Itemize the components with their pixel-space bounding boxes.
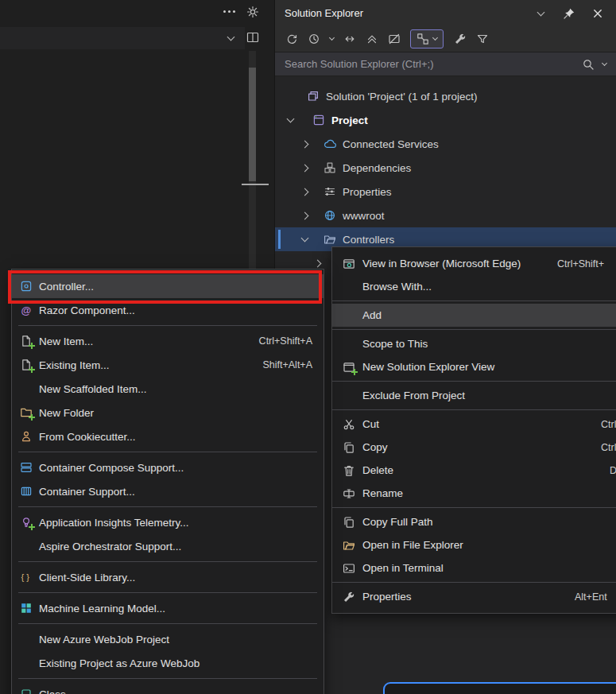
menu-separator xyxy=(18,678,317,679)
tree-row-connected-services[interactable]: Connected Services xyxy=(275,132,616,156)
menu-item-cut[interactable]: Cut Ctrl+ xyxy=(332,413,616,436)
project-icon xyxy=(312,114,325,126)
empty-icon-slot xyxy=(343,309,355,322)
menu-item-label: Class... xyxy=(39,688,75,694)
menu-item-open-in-file-explorer[interactable]: Open in File Explorer xyxy=(332,533,616,556)
menu-item-browse-with[interactable]: Browse With... xyxy=(332,275,616,298)
tree-label: Project xyxy=(331,114,368,126)
svg-text:@: @ xyxy=(21,304,32,316)
new-view-icon xyxy=(343,361,355,374)
tree-row-wwwroot[interactable]: wwwroot xyxy=(275,204,616,227)
filter-button[interactable] xyxy=(472,29,492,49)
new-folder-icon xyxy=(20,406,33,419)
menu-item-shortcut: Alt+Ent xyxy=(575,585,607,608)
split-editor-button[interactable] xyxy=(246,31,259,47)
menu-item-shortcut: D xyxy=(610,459,616,482)
expanded-chevron-icon[interactable] xyxy=(287,115,295,123)
submenu-item-new-item[interactable]: New Item... Ctrl+Shift+A xyxy=(12,329,323,353)
menu-item-new-solution-explorer-view[interactable]: New Solution Explorer View xyxy=(332,355,616,378)
scissors-icon xyxy=(343,418,355,431)
submenu-item-controller[interactable]: Controller... xyxy=(12,274,323,298)
expanded-chevron-icon[interactable] xyxy=(301,235,309,242)
panel-menu-button[interactable] xyxy=(532,5,549,22)
submenu-item-container-support[interactable]: Container Support... xyxy=(12,479,323,503)
tree-row-project[interactable]: Project xyxy=(275,108,616,132)
submenu-item-existing-project-as-azure-webjob[interactable]: Existing Project as Azure WebJob xyxy=(12,651,323,675)
menu-item-shortcut: Ctrl+Shift+A xyxy=(259,335,312,347)
submenu-item-client-side-library[interactable]: { } Client-Side Library... xyxy=(12,565,323,589)
properties-toolbar-button[interactable] xyxy=(450,29,470,49)
selection-accent-bar xyxy=(278,230,281,249)
globe-icon xyxy=(323,209,336,222)
editor-dropdown-bar[interactable] xyxy=(0,27,245,49)
submenu-item-aspire-orchestrator-support[interactable]: Aspire Orchestrator Support... xyxy=(12,534,323,558)
submenu-item-class[interactable]: Class... xyxy=(12,682,323,694)
menu-item-label: Existing Project as Azure WebJob xyxy=(39,657,200,669)
menu-item-label: Controller... xyxy=(39,281,94,293)
empty-icon-slot xyxy=(343,390,355,402)
empty-icon-slot xyxy=(20,382,33,395)
submenu-item-existing-item[interactable]: Existing Item... Shift+Alt+A xyxy=(12,353,323,377)
submenu-item-razor-component[interactable]: @ Razor Component... xyxy=(12,298,323,322)
switch-view-button[interactable] xyxy=(339,29,359,49)
search-options-chevron-icon[interactable] xyxy=(602,60,607,65)
collapsed-chevron-icon[interactable] xyxy=(314,259,322,267)
submenu-item-new-folder[interactable]: New Folder xyxy=(12,401,323,425)
cookiecutter-icon xyxy=(20,430,33,443)
menu-item-scope-to-this[interactable]: Scope to This xyxy=(332,332,616,355)
properties-icon xyxy=(323,185,336,198)
collapse-all-button[interactable] xyxy=(362,29,382,49)
menu-item-label: Client-Side Library... xyxy=(39,572,135,584)
menu-item-shortcut: Ctrl+ xyxy=(601,413,616,436)
search-input[interactable] xyxy=(285,58,574,70)
menu-item-exclude-from-project[interactable]: Exclude From Project xyxy=(332,384,616,407)
pending-changes-dropdown-button[interactable] xyxy=(326,29,337,49)
tree-row-solution[interactable]: Solution 'Project' (1 of 1 project) xyxy=(275,84,616,108)
submenu-item-machine-learning-model[interactable]: Machine Learning Model... xyxy=(12,596,323,620)
submenu-item-container-compose-support[interactable]: Container Compose Support... xyxy=(12,456,323,479)
menu-item-delete[interactable]: Delete D xyxy=(332,459,616,482)
terminal-icon xyxy=(343,562,355,575)
menu-item-shortcut: Shift+Alt+A xyxy=(262,359,312,370)
tree-row-dependencies[interactable]: Dependencies xyxy=(275,156,616,180)
split-editor-icon xyxy=(246,31,259,44)
folder-open-icon xyxy=(343,539,355,552)
menu-item-label: New Folder xyxy=(39,407,94,419)
menu-item-label: Add xyxy=(362,309,382,321)
menu-item-rename[interactable]: Rename xyxy=(332,482,616,505)
tree-row-properties[interactable]: Properties xyxy=(275,180,616,204)
search-icon[interactable] xyxy=(582,58,595,71)
menu-item-copy-full-path[interactable]: Copy Full Path xyxy=(332,510,616,533)
empty-icon-slot xyxy=(20,633,33,646)
pending-changes-filter-button[interactable] xyxy=(304,29,323,49)
submenu-item-new-azure-webjob-project[interactable]: New Azure WebJob Project xyxy=(12,627,323,651)
pin-button[interactable] xyxy=(560,5,578,22)
switch-views-button[interactable] xyxy=(281,29,301,49)
submenu-item-from-cookiecutter[interactable]: From Cookiecutter... xyxy=(12,425,323,448)
vertical-scrollbar-thumb[interactable] xyxy=(249,68,256,181)
menu-item-add[interactable]: Add xyxy=(332,304,616,327)
preview-toggle-button[interactable] xyxy=(384,29,404,49)
menu-item-view-in-browser[interactable]: View in Browser (Microsoft Edge) Ctrl+Sh… xyxy=(332,252,616,275)
container-compose-icon xyxy=(20,461,33,474)
submenu-item-new-scaffolded-item[interactable]: New Scaffolded Item... xyxy=(12,377,323,401)
menu-item-copy[interactable]: Copy Ctrl+ xyxy=(332,436,616,459)
collapsed-chevron-icon[interactable] xyxy=(301,188,309,196)
close-button[interactable] xyxy=(589,5,606,22)
rename-icon xyxy=(343,487,355,500)
copy-icon xyxy=(343,441,355,454)
menu-item-label: Delete xyxy=(362,464,393,476)
solution-icon xyxy=(307,90,320,103)
menu-item-properties[interactable]: Properties Alt+Ent xyxy=(332,585,616,608)
folder-icon xyxy=(323,233,336,246)
collapsed-chevron-icon[interactable] xyxy=(301,211,309,219)
funnel-icon xyxy=(476,33,489,45)
collapsed-chevron-icon[interactable] xyxy=(301,140,309,148)
settings-button[interactable] xyxy=(246,6,259,21)
collapsed-chevron-icon[interactable] xyxy=(301,164,309,172)
menu-item-label: Aspire Orchestrator Support... xyxy=(39,541,181,552)
menu-item-open-in-terminal[interactable]: Open in Terminal xyxy=(332,556,616,580)
submenu-item-application-insights-telemetry[interactable]: Application Insights Telemetry... xyxy=(12,510,323,534)
track-active-item-dropdown[interactable] xyxy=(410,29,444,48)
empty-icon-slot xyxy=(343,338,355,351)
